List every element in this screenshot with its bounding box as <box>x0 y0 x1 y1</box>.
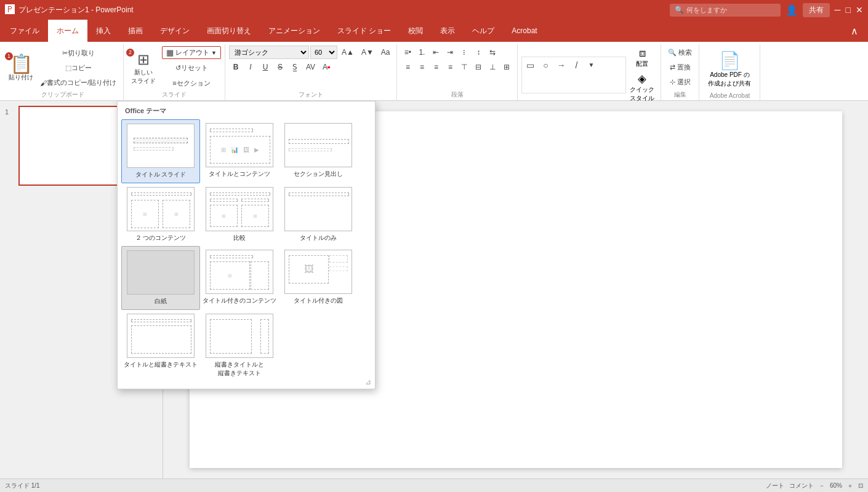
menu-item-draw[interactable]: 描画 <box>119 20 151 42</box>
layout-item-vert-title-vert-text[interactable]: 縦書きタイトルと 縦書きテキスト <box>200 310 279 381</box>
menu-item-animations[interactable]: アニメーション <box>260 20 329 42</box>
reset-button[interactable]: ↺ リセット <box>162 61 221 74</box>
layout-item-two-content[interactable]: ⊞ ⊞ ２ つのコンテンツ <box>121 183 200 246</box>
layout-label-section-header: セクション見出し <box>294 170 343 178</box>
align-center-button[interactable]: ≡ <box>415 60 428 74</box>
text-direction-button[interactable]: ⇆ <box>486 46 499 59</box>
replace-button[interactable]: ⇄ 置換 <box>667 60 694 74</box>
section-button[interactable]: ≡ セクション <box>162 76 221 90</box>
strikethrough-button[interactable]: S <box>273 60 287 74</box>
menu-item-design[interactable]: デザイン <box>151 20 198 42</box>
layout-label-title-only: タイトルのみ <box>300 234 337 242</box>
layout-button[interactable]: ▦ レイアウト ▼ <box>162 46 221 59</box>
shape-arrange-button[interactable]: ⧈ 配置 <box>627 46 657 69</box>
layout-item-title-vert-text[interactable]: タイトルと縦書きテキスト <box>121 310 200 381</box>
bullets-button[interactable]: ≡• <box>401 46 414 59</box>
underline-button[interactable]: U <box>259 60 272 74</box>
layout-item-picture-caption[interactable]: 🖼 タイトル付きの図 <box>279 246 358 310</box>
char-spacing-button[interactable]: AV <box>303 60 318 74</box>
shape-rect[interactable]: ▭ <box>523 58 537 72</box>
italic-button[interactable]: I <box>244 60 257 74</box>
acrobat-group-label: Adobe Acrobat <box>703 92 756 100</box>
zoom-level: 60% <box>830 482 842 489</box>
adobe-pdf-button[interactable]: 📄 Adobe PDF の 作成および共有 <box>703 49 756 89</box>
columns-button[interactable]: ⫶ <box>457 46 471 59</box>
menu-item-review[interactable]: 校閲 <box>400 20 432 42</box>
decrease-indent-button[interactable]: ⇤ <box>429 46 443 59</box>
collapse-ribbon-button[interactable]: ∧ <box>842 20 867 42</box>
layout-thumb-content-caption: ⊞ <box>206 250 273 294</box>
arrange-icon: ⧈ <box>639 47 646 60</box>
layout-item-section-header[interactable]: セクション見出し <box>279 119 358 183</box>
clipboard-group: 1 📋 貼り付け ✂ 切り取り ⬚ コピー 🖌 書式のコピー/貼り付け クリップ… <box>2 44 124 100</box>
search-placeholder: 何をしますか <box>686 6 727 15</box>
new-slide-button[interactable]: 2 ⊞ 新しい スライド <box>127 50 159 87</box>
search-button[interactable]: 🔍 検索 <box>665 46 695 59</box>
shape-arrow[interactable]: → <box>553 58 568 72</box>
text-shadow-button[interactable]: S̲ <box>288 60 302 74</box>
layout-item-title-only[interactable]: タイトルのみ <box>279 183 358 246</box>
menu-item-insert[interactable]: 挿入 <box>87 20 119 42</box>
menu-item-slideshow[interactable]: スライド ショー <box>329 20 400 42</box>
decrease-font-button[interactable]: A▼ <box>358 46 377 59</box>
close-button[interactable]: ✕ <box>856 5 863 15</box>
layout-item-title-content[interactable]: ⊞ 📊 🖼 ▶ タイトルとコンテンツ <box>200 119 279 183</box>
maximize-button[interactable]: □ <box>846 5 851 15</box>
align-left-button[interactable]: ≡ <box>401 60 414 74</box>
menu-item-help[interactable]: ヘルプ <box>464 20 503 42</box>
comments-button[interactable]: コメント <box>789 482 814 490</box>
layout-label: レイアウト <box>175 48 209 57</box>
paragraph-group-label: 段落 <box>401 90 513 100</box>
align-top-button[interactable]: ⊤ <box>457 60 471 74</box>
numbering-button[interactable]: 1. <box>415 46 428 59</box>
layout-label-title-slide: タイトル スライド <box>135 170 187 179</box>
align-middle-button[interactable]: ⊟ <box>472 60 485 74</box>
layout-item-content-caption[interactable]: ⊞ タイトル付きのコンテンツ <box>200 246 279 310</box>
increase-font-button[interactable]: A▲ <box>339 46 357 59</box>
notes-button[interactable]: ノート <box>766 482 784 490</box>
font-group: 游ゴシック 60 A▲ A▼ Aa B I U S S̲ AV A <box>225 44 397 100</box>
line-spacing-button[interactable]: ↕ <box>472 46 485 59</box>
search-box[interactable]: 🔍 何をしますか <box>670 4 781 17</box>
shape-line[interactable]: / <box>569 58 583 72</box>
increase-indent-button[interactable]: ⇥ <box>443 46 457 59</box>
cut-button[interactable]: ✂ 切り取り <box>37 47 119 60</box>
zoom-out-button[interactable]: － <box>819 482 825 490</box>
font-color-button[interactable]: A <box>319 60 333 74</box>
menu-bar: ファイル ホーム 挿入 描画 デザイン 画面切り替え アニメーション スライド … <box>0 20 868 42</box>
minimize-button[interactable]: ─ <box>835 5 841 15</box>
menu-item-view[interactable]: 表示 <box>432 20 464 42</box>
copy-button[interactable]: ⬚ コピー <box>37 62 119 75</box>
layout-item-blank[interactable]: 白紙 <box>121 246 200 310</box>
change-case-button[interactable]: Aa <box>378 46 393 59</box>
select-button[interactable]: ⊹ 選択 <box>667 75 694 89</box>
quick-style-button[interactable]: ◈ クイック スタイル <box>627 71 657 104</box>
align-right-button[interactable]: ≡ <box>429 60 443 74</box>
shape-oval[interactable]: ○ <box>539 58 552 72</box>
new-slide-icon: ⊞ <box>137 51 150 68</box>
status-bar: スライド 1/1 ノート コメント － 60% ＋ ⊡ <box>0 478 868 492</box>
fit-slide-button[interactable]: ⊡ <box>858 482 863 489</box>
format-painter-button[interactable]: 🖌 書式のコピー/貼り付け <box>37 76 119 90</box>
bold-button[interactable]: B <box>229 60 243 74</box>
menu-item-transitions[interactable]: 画面切り替え <box>198 20 260 42</box>
menu-item-home[interactable]: ホーム <box>48 20 87 42</box>
font-name-select[interactable]: 游ゴシック <box>229 46 309 59</box>
layout-item-title-slide[interactable]: タイトル スライド <box>121 119 200 183</box>
paste-button[interactable]: 1 📋 貼り付け <box>6 54 36 83</box>
font-size-select[interactable]: 60 <box>310 46 337 59</box>
resize-handle[interactable]: ⊿ <box>365 378 371 386</box>
arrange-label: 配置 <box>636 60 648 68</box>
shape-more[interactable]: ▼ <box>584 58 598 72</box>
menu-item-acrobat[interactable]: Acrobat <box>503 20 545 42</box>
layout-grid: タイトル スライド ⊞ 📊 🖼 ▶ <box>118 119 375 381</box>
smartart-button[interactable]: ⊞ <box>500 60 513 74</box>
search-icon: 🔍 <box>675 6 684 14</box>
share-button[interactable]: 共有 <box>803 3 830 17</box>
zoom-in-button[interactable]: ＋ <box>847 482 853 490</box>
layout-dropdown-header: Office テーマ <box>118 101 375 119</box>
justify-button[interactable]: ≡ <box>443 60 457 74</box>
menu-item-file[interactable]: ファイル <box>1 20 48 42</box>
align-bottom-button[interactable]: ⊥ <box>486 60 499 74</box>
layout-item-compare[interactable]: ⊞ ⊞ 比較 <box>200 183 279 246</box>
